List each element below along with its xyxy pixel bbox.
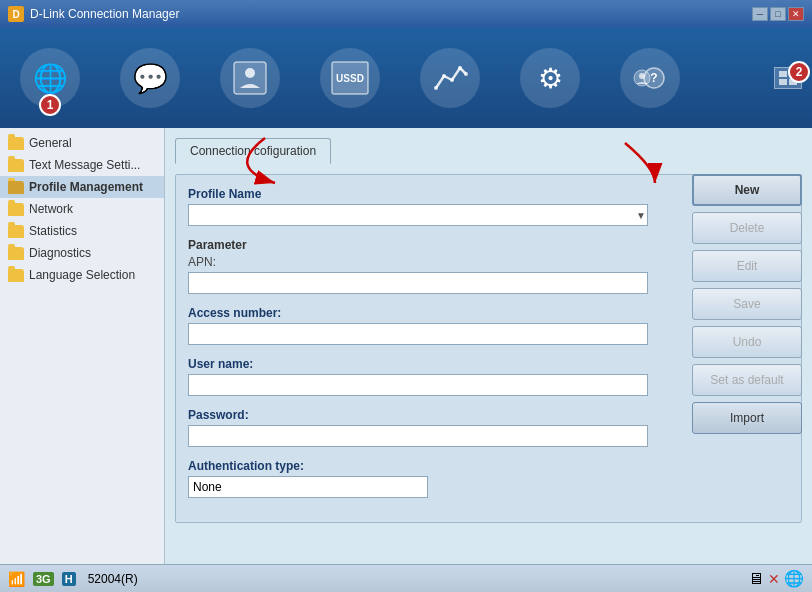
toolbar-internet-button[interactable]: 🌐 1 bbox=[10, 38, 90, 118]
settings-icon: ⚙ bbox=[520, 48, 580, 108]
folder-icon bbox=[8, 269, 24, 282]
svg-point-7 bbox=[458, 66, 462, 70]
tab-connection-config[interactable]: Connection cofiguration bbox=[175, 138, 331, 164]
sidebar-item-statistics[interactable]: Statistics bbox=[0, 220, 164, 242]
maximize-button[interactable]: □ bbox=[770, 7, 786, 21]
network-h-icon: H bbox=[62, 572, 76, 586]
sidebar-item-profile-management[interactable]: Profile Management bbox=[0, 176, 164, 198]
toolbar-right-area: 2 bbox=[774, 67, 802, 89]
sidebar-item-network[interactable]: Network bbox=[0, 198, 164, 220]
help-icon: ? bbox=[620, 48, 680, 108]
main-area: General Text Message Setti... Profile Ma… bbox=[0, 128, 812, 564]
window-title: D-Link Connection Manager bbox=[30, 7, 752, 21]
tab-bar: Connection cofiguration bbox=[175, 138, 802, 164]
edit-button[interactable]: Edit bbox=[692, 250, 802, 282]
svg-text:?: ? bbox=[650, 71, 657, 85]
folder-icon bbox=[8, 203, 24, 216]
folder-icon bbox=[8, 225, 24, 238]
signal-bars-icon: 📶 bbox=[8, 571, 25, 587]
sidebar: General Text Message Setti... Profile Ma… bbox=[0, 128, 165, 564]
statistics-icon bbox=[420, 48, 480, 108]
content-area: Connection cofiguration Profile Name ▼ P… bbox=[165, 128, 812, 564]
svg-point-12 bbox=[639, 73, 645, 79]
toolbar-ussd-button[interactable]: USSD bbox=[310, 38, 390, 118]
toolbar-statistics-button[interactable] bbox=[410, 38, 490, 118]
network-disconnect-icon: 🖥 bbox=[748, 570, 764, 588]
ussd-icon: USSD bbox=[320, 48, 380, 108]
window-controls: ─ □ ✕ bbox=[752, 7, 804, 21]
auth-type-label: Authentication type: bbox=[188, 459, 789, 473]
svg-point-8 bbox=[464, 72, 468, 76]
svg-rect-13 bbox=[779, 71, 787, 77]
access-number-input[interactable] bbox=[188, 323, 648, 345]
undo-button[interactable]: Undo bbox=[692, 326, 802, 358]
svg-rect-15 bbox=[779, 79, 787, 85]
auth-type-select[interactable]: None bbox=[188, 476, 428, 498]
new-button[interactable]: New bbox=[692, 174, 802, 206]
sidebar-item-language-selection[interactable]: Language Selection bbox=[0, 264, 164, 286]
save-button[interactable]: Save bbox=[692, 288, 802, 320]
svg-point-6 bbox=[450, 78, 454, 82]
folder-icon bbox=[8, 247, 24, 260]
toolbar-help-button[interactable]: ? bbox=[610, 38, 690, 118]
status-right-icons: 🖥 ✕ 🌐 bbox=[748, 569, 804, 588]
delete-button[interactable]: Delete bbox=[692, 212, 802, 244]
action-buttons-panel: New Delete Edit Save Undo Set as default… bbox=[692, 174, 802, 434]
sms-icon: 💬 bbox=[120, 48, 180, 108]
auth-type-select-wrap: None bbox=[188, 476, 428, 498]
badge-1: 1 bbox=[39, 94, 61, 116]
close-button[interactable]: ✕ bbox=[788, 7, 804, 21]
profile-name-input[interactable] bbox=[188, 204, 648, 226]
status-signal-text: 52004(R) bbox=[88, 572, 138, 586]
app-icon: D bbox=[8, 6, 24, 22]
contacts-icon bbox=[220, 48, 280, 108]
import-button[interactable]: Import bbox=[692, 402, 802, 434]
folder-icon bbox=[8, 159, 24, 172]
network-3g-icon: 3G bbox=[33, 572, 54, 586]
sidebar-item-diagnostics[interactable]: Diagnostics bbox=[0, 242, 164, 264]
status-bar: 📶 3G H 52004(R) 🖥 ✕ 🌐 bbox=[0, 564, 812, 592]
svg-point-1 bbox=[245, 68, 255, 78]
auth-type-row: Authentication type: None bbox=[188, 459, 789, 498]
password-input[interactable] bbox=[188, 425, 648, 447]
toolbar-contacts-button[interactable] bbox=[210, 38, 290, 118]
globe-status-icon: 🌐 bbox=[784, 569, 804, 588]
svg-point-4 bbox=[434, 86, 438, 90]
toolbar: 🌐 1 💬 USSD bbox=[0, 28, 812, 128]
sidebar-item-text-message[interactable]: Text Message Setti... bbox=[0, 154, 164, 176]
set-default-button[interactable]: Set as default bbox=[692, 364, 802, 396]
title-bar: D D-Link Connection Manager ─ □ ✕ bbox=[0, 0, 812, 28]
minimize-button[interactable]: ─ bbox=[752, 7, 768, 21]
apn-input[interactable] bbox=[188, 272, 648, 294]
badge-2: 2 bbox=[788, 61, 810, 83]
sidebar-item-general[interactable]: General bbox=[0, 132, 164, 154]
toolbar-settings-button[interactable]: ⚙ bbox=[510, 38, 590, 118]
folder-icon bbox=[8, 137, 24, 150]
svg-text:USSD: USSD bbox=[336, 73, 364, 84]
profile-select-wrap: ▼ bbox=[188, 204, 648, 226]
toolbar-sms-button[interactable]: 💬 bbox=[110, 38, 190, 118]
signal-x-icon: ✕ bbox=[768, 571, 780, 587]
user-name-input[interactable] bbox=[188, 374, 648, 396]
svg-point-5 bbox=[442, 74, 446, 78]
folder-icon bbox=[8, 181, 24, 194]
